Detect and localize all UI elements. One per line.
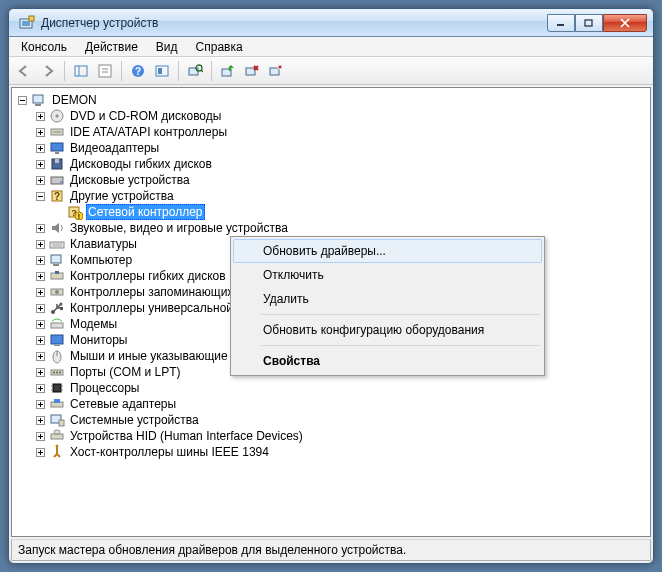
svg-rect-91 [51,323,63,328]
update-driver-button[interactable] [217,60,239,82]
expander-icon[interactable] [34,430,46,442]
context-menu-item[interactable]: Отключить [233,263,542,287]
sound-icon [49,220,65,236]
menu-help[interactable]: Справка [188,38,251,56]
expander-icon[interactable] [34,350,46,362]
tree-node-label: Процессоры [68,381,142,395]
tree-node[interactable]: ?Другие устройства [34,188,648,204]
tree-root-node[interactable]: DEMON [16,92,648,108]
export-list-button[interactable] [151,60,173,82]
tree-pane[interactable]: DEMONDVD и CD-ROM дисководыIDE ATA/ATAPI… [11,87,651,537]
menu-action[interactable]: Действие [77,38,146,56]
expander-icon[interactable] [34,414,46,426]
svg-rect-96 [54,345,60,346]
svg-rect-126 [59,420,64,426]
tree-root-label: DEMON [50,93,99,107]
tree-node[interactable]: IDE ATA/ATAPI контроллеры [34,124,648,140]
minimize-button[interactable] [547,14,575,32]
tree-node[interactable]: Видеоадаптеры [34,140,648,156]
tree-node[interactable]: Системные устройства [34,412,648,428]
expander-icon[interactable] [34,270,46,282]
context-menu-item[interactable]: Свойства [233,349,542,373]
context-menu-separator [261,314,540,315]
mouse-icon [49,348,65,364]
statusbar: Запуск мастера обновления драйверов для … [11,539,651,561]
svg-point-108 [59,372,61,374]
svg-rect-13 [158,68,162,74]
titlebar[interactable]: Диспетчер устройств [9,9,653,37]
expander-icon[interactable] [34,222,46,234]
context-menu-item[interactable]: Удалить [233,287,542,311]
svg-point-49 [60,181,62,183]
ide-icon [49,124,65,140]
expander-icon[interactable] [34,126,46,138]
status-text: Запуск мастера обновления драйверов для … [18,543,406,557]
maximize-button[interactable] [575,14,603,32]
tree-node[interactable]: Хост-контроллеры шины IEEE 1394 [34,444,648,460]
toolbar-separator [121,61,122,81]
menu-view[interactable]: Вид [148,38,186,56]
tree-node-label: Другие устройства [68,189,176,203]
svg-rect-5 [75,66,87,76]
expander-icon[interactable] [34,142,46,154]
display-icon [49,140,65,156]
expander-icon[interactable] [34,174,46,186]
tree-node-label: Системные устройства [68,413,201,427]
expander-icon[interactable] [34,158,46,170]
expander-icon[interactable] [34,398,46,410]
tree-node[interactable]: ?!Сетевой контроллер [52,204,648,220]
toolbar-separator [178,61,179,81]
nav-forward-button[interactable] [37,60,59,82]
tree-node[interactable]: Устройства HID (Human Interface Devices) [34,428,648,444]
menu-console[interactable]: Консоль [13,38,75,56]
network-icon [49,396,65,412]
expander-icon[interactable] [34,382,46,394]
svg-rect-70 [51,255,61,263]
system-icon [49,412,65,428]
tree-node[interactable]: Сетевые адаптеры [34,396,648,412]
tree-node-label: Дисководы гибких дисков [68,157,214,171]
tree-node[interactable]: Дисководы гибких дисков [34,156,648,172]
expander-spacer [52,206,64,218]
tree-node[interactable]: Процессоры [34,380,648,396]
help-button[interactable]: ? [127,60,149,82]
properties-button[interactable] [94,60,116,82]
nav-back-button[interactable] [13,60,35,82]
show-hide-tree-button[interactable] [70,60,92,82]
floppyctrl-icon [49,268,65,284]
expander-icon[interactable] [34,446,46,458]
tree-node[interactable]: Дисковые устройства [34,172,648,188]
expander-icon[interactable] [34,238,46,250]
svg-rect-19 [270,68,279,75]
expander-icon[interactable] [34,110,46,122]
context-menu-item[interactable]: Обновить драйверы... [233,239,542,263]
expander-icon[interactable] [34,190,46,202]
tree-node[interactable]: Звуковые, видео и игровые устройства [34,220,648,236]
expander-icon[interactable] [34,366,46,378]
disable-button[interactable] [265,60,287,82]
uninstall-button[interactable] [241,60,263,82]
svg-rect-87 [60,307,63,310]
scan-hardware-button[interactable] [184,60,206,82]
svg-rect-4 [585,20,592,26]
tree-node-label: Звуковые, видео и игровые устройства [68,221,290,235]
expander-icon[interactable] [16,94,28,106]
tree-node-label: Видеоадаптеры [68,141,161,155]
window-title: Диспетчер устройств [41,16,547,30]
expander-icon[interactable] [34,302,46,314]
tree-node-label: Модемы [68,317,119,331]
svg-point-106 [53,372,55,374]
context-menu-item[interactable]: Обновить конфигурацию оборудования [233,318,542,342]
tree-node-label: Сетевой контроллер [86,204,205,220]
expander-icon[interactable] [34,334,46,346]
monitor-icon [49,332,65,348]
expander-icon[interactable] [34,286,46,298]
svg-rect-23 [33,95,43,103]
tree-node[interactable]: DVD и CD-ROM дисководы [34,108,648,124]
close-button[interactable] [603,14,647,32]
svg-text:!: ! [78,213,80,220]
expander-icon[interactable] [34,254,46,266]
svg-rect-130 [51,434,63,439]
expander-icon[interactable] [34,318,46,330]
toolbar-separator [211,61,212,81]
